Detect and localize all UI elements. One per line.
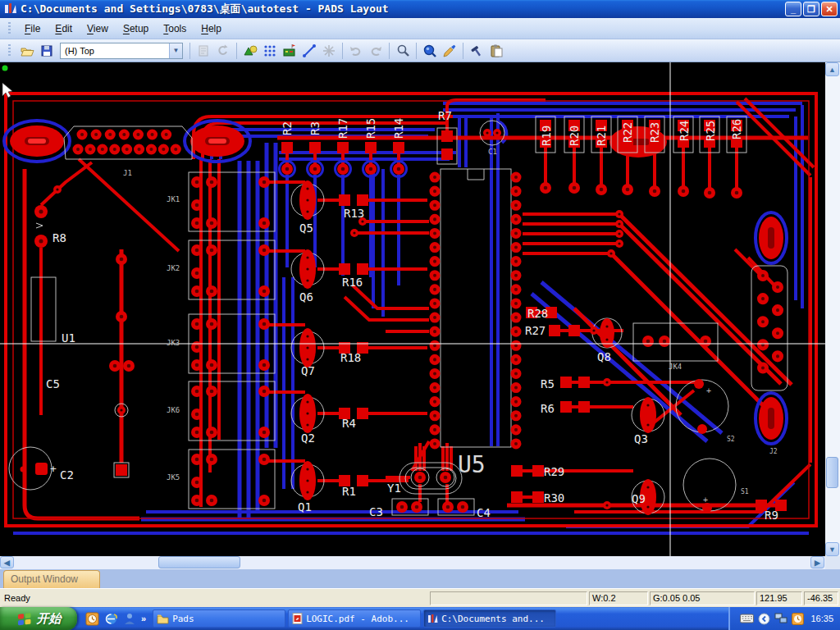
menu-item-edit[interactable]: Edit [48, 21, 80, 37]
origin-marker-dot [2, 66, 8, 71]
messenger-person-icon[interactable] [123, 612, 136, 626]
pcb-label-R26: R26 [730, 119, 743, 139]
route-button[interactable] [300, 42, 318, 60]
network-tray-icon[interactable] [774, 613, 788, 624]
close-button[interactable]: ✕ [821, 2, 838, 16]
pcb-label-Q7: Q7 [301, 364, 315, 377]
horizontal-scrollbar[interactable]: ◀ ▶ [0, 556, 825, 569]
undo-button[interactable] [347, 42, 365, 60]
cleanup-button[interactable] [441, 42, 459, 60]
hide-icons-chevron-icon[interactable] [758, 613, 770, 625]
taskbar-button-1[interactable]: Pads [153, 609, 285, 628]
board-button[interactable] [281, 42, 299, 60]
pcb-label-R13: R13 [344, 207, 364, 220]
draft-items-button[interactable] [241, 42, 259, 60]
shapes-icon [243, 43, 258, 58]
pcb-label-R27: R27 [525, 324, 546, 337]
status-bar: Ready W:0.2G:0.05 0.05121.95-46.35 [0, 588, 840, 607]
magnifier-icon [395, 43, 410, 58]
redo-icon [368, 43, 383, 58]
keyboard-tray-icon[interactable] [740, 614, 754, 623]
scroll-up-button[interactable]: ▲ [825, 62, 839, 76]
pcb-label-JK5: JK5 [167, 473, 180, 482]
output-window-band: Output Window [0, 569, 840, 588]
launcher-clock-icon[interactable] [85, 612, 99, 626]
menu-item-setup[interactable]: Setup [116, 21, 156, 37]
menu-item-tools[interactable]: Tools [156, 21, 194, 37]
pcb-label-+: + [703, 495, 708, 504]
tab-output-window[interactable]: Output Window [3, 570, 100, 588]
pcb-label-JK6: JK6 [167, 406, 180, 414]
pads-icon [427, 614, 438, 624]
internet-explorer-icon[interactable] [104, 612, 118, 626]
pcb-label-C5: C5 [46, 377, 60, 390]
pads-layout-window: C:\Documents and Settings\0783\桌面\autote… [0, 0, 840, 630]
pcb-label-R20: R20 [568, 126, 581, 146]
layer-selector[interactable]: (H) Top ▼ [60, 43, 183, 59]
taskbar-button-2[interactable]: LOGIC.pdf - Adob... [288, 609, 421, 628]
menu-item-view[interactable]: View [80, 21, 116, 37]
pcb-label-R24: R24 [678, 121, 691, 141]
taskbar-button-label: C:\Documents and... [441, 614, 545, 624]
scroll-right-button[interactable]: ▶ [810, 556, 824, 568]
pcb-label-R5: R5 [541, 377, 555, 390]
task-buttons: PadsLOGIC.pdf - Adob...C:\Documents and.… [153, 609, 559, 628]
paintbrush-icon [442, 43, 457, 58]
menu-item-help[interactable]: Help [194, 21, 229, 37]
app-icon [4, 2, 17, 16]
pcb-label-R17: R17 [336, 118, 349, 139]
redraw-button[interactable] [214, 42, 232, 60]
pcb-label-R1: R1 [342, 485, 356, 498]
properties-button[interactable] [194, 42, 212, 60]
pcb-label-JK2: JK2 [167, 264, 180, 272]
nets-button[interactable] [320, 42, 338, 60]
zoom-button[interactable] [394, 42, 412, 60]
pcb-label-Q3: Q3 [634, 432, 648, 445]
undo-icon [349, 43, 363, 58]
properties-icon [196, 43, 211, 58]
output-window-tab-label: Output Window [11, 573, 78, 585]
pcb-label-Q5: Q5 [299, 221, 313, 235]
save-button[interactable] [38, 42, 56, 60]
pcb-label-U5: U5 [458, 451, 486, 478]
pcb-label-R28: R28 [527, 307, 548, 320]
quick-launch-overflow-chevron[interactable]: » [141, 614, 146, 623]
open-button[interactable] [18, 42, 36, 60]
quick-launch: » [77, 612, 153, 626]
start-button[interactable]: 开始 [0, 607, 77, 630]
pcb-label-J1: J1 [123, 169, 132, 177]
pcb-label-U1: U1 [62, 331, 75, 345]
scroll-left-button[interactable]: ◀ [0, 556, 14, 568]
minimize-button[interactable]: _ [785, 2, 801, 16]
open-folder-icon [20, 43, 34, 58]
scroll-down-button[interactable]: ▼ [825, 542, 839, 556]
taskbar-button-label: Pads [172, 614, 194, 624]
status-field-3: 121.95 [756, 591, 802, 605]
paste-button[interactable] [487, 42, 505, 60]
pcb-label-R7: R7 [438, 109, 452, 122]
horizontal-scroll-thumb[interactable] [158, 556, 240, 568]
redo-button[interactable] [367, 42, 385, 60]
chevron-down-icon[interactable]: ▼ [169, 43, 182, 58]
toolbar-grip [8, 44, 11, 57]
pcb-label-R6: R6 [541, 402, 555, 415]
dot-grid-icon [262, 43, 277, 58]
pcb-label-R23: R23 [648, 122, 661, 143]
design-grid-button[interactable] [261, 42, 279, 60]
tools-button[interactable] [468, 42, 486, 60]
restore-button[interactable]: ❐ [803, 2, 819, 16]
pcb-label-Q8: Q8 [597, 350, 611, 363]
status-field-0 [430, 591, 587, 605]
vertical-scrollbar[interactable]: ▲ ▼ [825, 62, 840, 556]
zoom-board-button[interactable] [421, 42, 439, 60]
status-message: Ready [0, 593, 430, 603]
pcb-label-R3: R3 [308, 121, 322, 135]
pcb-canvas[interactable]: R2R3R17R15R14R7C1R19R20R21R22R23R24R25R2… [0, 62, 825, 556]
folder-icon [157, 614, 169, 624]
pcb-label-+: + [706, 386, 711, 395]
menu-item-file[interactable]: File [17, 21, 48, 37]
vertical-scroll-thumb[interactable] [826, 457, 838, 488]
clock-tray-icon[interactable] [792, 613, 804, 625]
status-field-1: W:0.2 [589, 591, 648, 605]
taskbar-button-3[interactable]: C:\Documents and... [423, 609, 556, 628]
